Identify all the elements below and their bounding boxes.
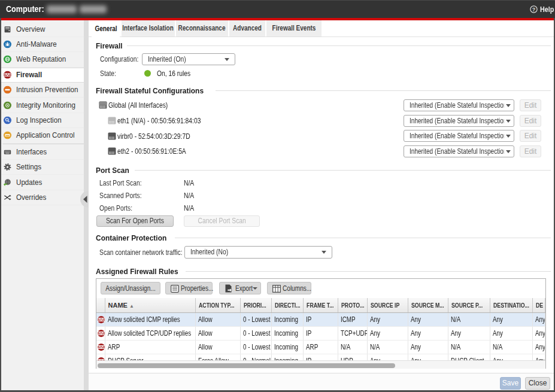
svg-text:?: ? [532,7,536,13]
